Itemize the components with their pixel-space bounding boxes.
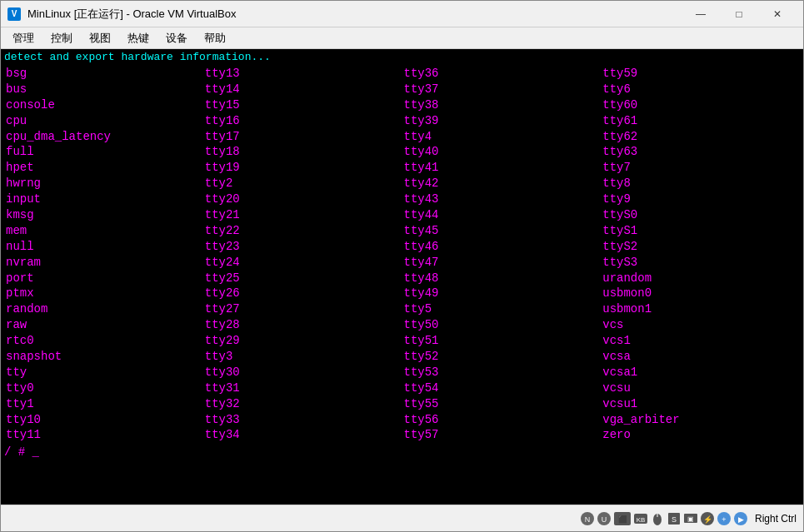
table-row: urandom (601, 271, 800, 286)
table-row: random (4, 301, 203, 317)
table-row: ttyS1 (601, 223, 800, 239)
table-row: nvram (4, 255, 203, 271)
disp-icon: ▣ (683, 511, 698, 526)
table-row: tty62 (601, 129, 800, 145)
table-row: tty36 (402, 66, 602, 82)
table-row: zero (601, 427, 800, 443)
table-row: tty25 (203, 271, 402, 286)
table-row: tty16 (203, 113, 402, 129)
titlebar-buttons: — □ ✕ (682, 1, 797, 27)
usb2-icon: ⚡ (700, 511, 715, 526)
menu-manage[interactable]: 管理 (4, 29, 42, 47)
table-row: ttyS0 (601, 207, 800, 223)
table-row: tty47 (402, 255, 602, 271)
table-row: tty27 (203, 301, 402, 317)
menu-devices[interactable]: 设备 (157, 29, 196, 47)
table-row: tty39 (402, 113, 602, 129)
table-row: tty63 (601, 144, 800, 160)
table-row: cpu (4, 113, 203, 129)
table-row: usbmon0 (601, 286, 800, 301)
table-row: tty1 (4, 396, 203, 412)
table-row: input (4, 191, 203, 207)
table-row: tty17 (203, 129, 402, 145)
svg-text:▶: ▶ (737, 515, 743, 524)
table-row: tty42 (402, 176, 602, 191)
titlebar: V MinLinux [正在运行] - Oracle VM VirtualBox… (1, 1, 803, 27)
svg-text:⬛: ⬛ (617, 515, 627, 525)
right-ctrl-label: Right Ctrl (755, 513, 797, 525)
table-row: tty0 (4, 380, 203, 396)
svg-text:S: S (672, 515, 677, 524)
window-title: MinLinux [正在运行] - Oracle VM VirtualBox (27, 7, 682, 22)
terminal-grid: bsgtty13tty36tty59bustty14tty37tty6conso… (4, 66, 800, 443)
table-row: tty41 (402, 160, 602, 176)
table-row: tty9 (601, 191, 800, 207)
table-row: tty44 (402, 207, 602, 223)
table-row: cpu_dma_latency (4, 129, 203, 145)
table-row: tty2 (203, 176, 402, 191)
table-row: tty19 (203, 160, 402, 176)
table-row: tty50 (402, 317, 602, 333)
table-row: snapshot (4, 349, 203, 365)
table-row: tty57 (402, 427, 602, 443)
table-row: tty28 (203, 317, 402, 333)
table-row: tty60 (601, 97, 800, 113)
table-row: tty11 (4, 427, 203, 443)
table-row: tty46 (402, 239, 602, 255)
table-row: tty3 (203, 349, 402, 365)
table-row: full (4, 144, 203, 160)
statusbar: N U ⬛ KB S ▣ ⚡ + ▶ Right Ctrl (1, 505, 803, 531)
table-row: tty29 (203, 333, 402, 349)
menu-hotkeys[interactable]: 热键 (119, 29, 157, 47)
table-row: ttyS3 (601, 255, 800, 271)
table-row: tty24 (203, 255, 402, 271)
minimize-button[interactable]: — (682, 1, 720, 27)
maximize-button[interactable]: □ (720, 1, 758, 27)
svg-text:+: + (722, 515, 726, 524)
table-row: vcsu1 (601, 396, 800, 412)
table-row: vcs1 (601, 333, 800, 349)
arrow-icon: ▶ (733, 511, 748, 526)
table-row: hwrng (4, 176, 203, 191)
table-row: tty34 (203, 427, 402, 443)
table-row: kmsg (4, 207, 203, 223)
svg-text:KB: KB (637, 516, 646, 524)
menubar: 管理 控制 视图 热键 设备 帮助 (1, 27, 803, 49)
table-row: tty4 (402, 129, 602, 145)
table-row: tty10 (4, 412, 203, 428)
table-row: vcsa (601, 349, 800, 365)
table-row: tty20 (203, 191, 402, 207)
menu-view[interactable]: 视图 (81, 29, 119, 47)
kbd-icon: KB (633, 511, 648, 526)
svg-text:U: U (602, 515, 607, 524)
table-row: vcs (601, 317, 800, 333)
table-row: tty40 (402, 144, 602, 160)
table-row: tty45 (402, 223, 602, 239)
mouse-icon (650, 511, 665, 526)
table-row: tty6 (601, 82, 800, 97)
table-row: tty14 (203, 82, 402, 97)
table-row: tty55 (402, 396, 602, 412)
close-button[interactable]: ✕ (758, 1, 797, 27)
table-row: tty38 (402, 97, 602, 113)
menu-control[interactable]: 控制 (42, 29, 81, 47)
snap-icon: S (667, 511, 682, 526)
table-row: tty23 (203, 239, 402, 255)
network-icon: N (580, 511, 595, 526)
svg-text:N: N (585, 515, 591, 524)
table-row: bus (4, 82, 203, 97)
table-row: tty32 (203, 396, 402, 412)
table-row: port (4, 271, 203, 286)
table-row: tty54 (402, 380, 602, 396)
table-row: tty33 (203, 412, 402, 428)
table-row: tty13 (203, 66, 402, 82)
table-row: tty43 (402, 191, 602, 207)
table-row: mem (4, 223, 203, 239)
terminal-prompt: / # _ (4, 445, 800, 460)
usb-icon: U (597, 511, 612, 526)
menu-help[interactable]: 帮助 (196, 29, 234, 47)
table-row: tty59 (601, 66, 800, 82)
table-row: tty18 (203, 144, 402, 160)
table-row: vga_arbiter (601, 412, 800, 428)
terminal-area[interactable]: bsgtty13tty36tty59bustty14tty37tty6conso… (1, 64, 803, 505)
